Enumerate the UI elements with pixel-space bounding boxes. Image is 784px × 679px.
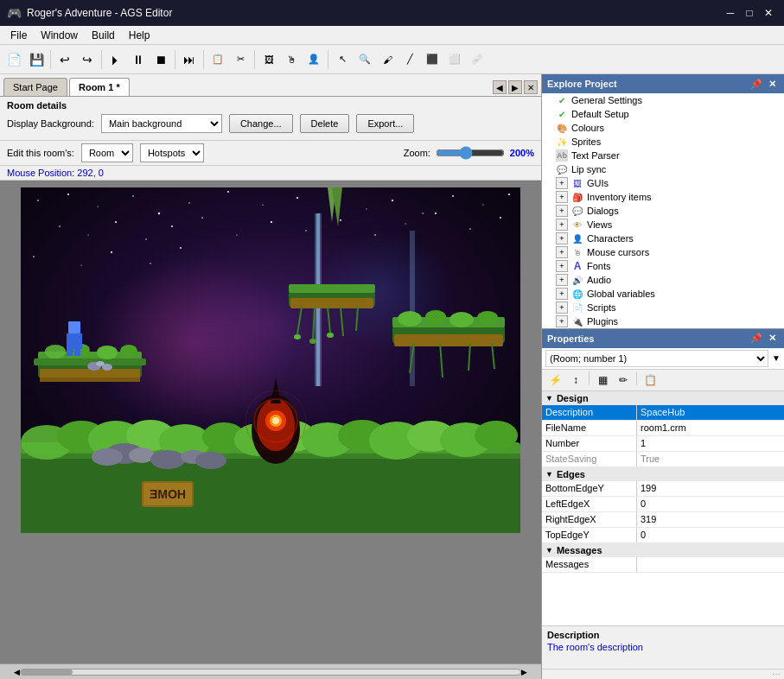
tree-item-guis[interactable]: + 🖼 GUIs (542, 176, 784, 190)
tab-scroll-left[interactable]: ◀ (493, 80, 507, 94)
design-collapse-icon[interactable]: ▼ (545, 394, 553, 403)
tb-copy[interactable]: 📋 (207, 49, 228, 70)
tb-cut[interactable]: ✂ (230, 49, 251, 70)
characters-expand[interactable]: + (556, 232, 568, 244)
tb-save[interactable]: 💾 (26, 49, 47, 70)
tb-zoom[interactable]: 🔍 (354, 49, 375, 70)
tab-room1[interactable]: Room 1 * (69, 78, 130, 96)
maximize-button[interactable]: □ (741, 4, 758, 22)
props-sort-alpha-button[interactable]: ↕ (566, 371, 585, 389)
tree-item-characters[interactable]: + 👤 Characters (542, 232, 784, 245)
menu-help[interactable]: Help (122, 28, 157, 43)
prop-row-bottomedgey[interactable]: BottomEdgeY 199 (542, 481, 784, 497)
tb-redo[interactable]: ↪ (77, 49, 98, 70)
scripts-expand[interactable]: + (556, 301, 568, 314)
horizontal-scrollbar[interactable]: ◀ ▶ (0, 663, 541, 679)
tree-item-inventory[interactable]: + 🎒 Inventory items (542, 190, 784, 204)
tb-undo[interactable]: ↩ (54, 49, 75, 70)
minimize-button[interactable]: ─ (722, 4, 739, 22)
plugins-expand[interactable]: + (556, 315, 568, 327)
menu-window[interactable]: Window (34, 28, 85, 43)
prop-row-leftedgex[interactable]: LeftEdgeX 0 (542, 497, 784, 512)
views-expand[interactable]: + (556, 219, 568, 231)
tree-item-global-variables[interactable]: + 🌐 Global variables (542, 287, 784, 301)
scroll-left-btn[interactable]: ◀ (14, 668, 20, 676)
export-button[interactable]: Export... (356, 114, 414, 133)
tb-run[interactable]: ⏵ (105, 49, 126, 70)
tb-new[interactable]: 📄 (3, 49, 24, 70)
props-pin-button[interactable]: 📌 (749, 332, 763, 346)
fonts-expand[interactable]: + (556, 260, 568, 272)
close-button[interactable]: ✕ (760, 4, 777, 22)
tree-item-fonts[interactable]: + A Fonts (542, 259, 784, 273)
tab-scroll-right[interactable]: ▶ (508, 80, 522, 94)
section-design[interactable]: ▼ Design (542, 391, 784, 405)
props-close-button[interactable]: ✕ (765, 332, 779, 346)
inventory-expand[interactable]: + (556, 191, 568, 203)
menu-file[interactable]: File (3, 28, 34, 43)
prop-row-number[interactable]: Number 1 (542, 436, 784, 452)
menu-build[interactable]: Build (85, 28, 122, 43)
bg-select[interactable]: Main background (101, 114, 222, 133)
tb-line[interactable]: ╱ (399, 49, 420, 70)
guis-expand[interactable]: + (556, 177, 568, 189)
props-object-select[interactable]: (Room; number 1) (545, 350, 768, 367)
prop-row-messages[interactable]: Messages (542, 557, 784, 573)
tree-item-dialogs[interactable]: + 💬 Dialogs (542, 204, 784, 218)
tb-sprite[interactable]: 🖼 (258, 49, 279, 70)
room-type-select[interactable]: Room (81, 143, 133, 162)
delete-button[interactable]: Delete (300, 114, 350, 133)
prop-row-description[interactable]: Description SpaceHub (542, 405, 784, 421)
tree-item-views[interactable]: + 👁 Views (542, 218, 784, 232)
zoom-slider[interactable] (436, 146, 505, 160)
tree-item-mouse-cursors[interactable]: + 🖱 Mouse cursors (542, 245, 784, 259)
tb-step-over[interactable]: ⏭ (179, 49, 200, 70)
prop-row-filename[interactable]: FileName room1.crm (542, 421, 784, 436)
tab-start-page[interactable]: Start Page (3, 78, 67, 96)
hotspot-select[interactable]: Hotspots (140, 143, 204, 162)
tb-pause[interactable]: ⏸ (128, 49, 149, 70)
tree-item-general-settings[interactable]: ✔ General Settings (542, 93, 784, 107)
props-edit-button[interactable]: ✏ (614, 371, 633, 389)
prop-row-topedgey[interactable]: TopEdgeY 0 (542, 528, 784, 543)
tree-item-default-setup[interactable]: ✔ Default Setup (542, 107, 784, 121)
change-button[interactable]: Change... (229, 114, 293, 133)
props-copy-button[interactable]: 📋 (641, 371, 660, 389)
tb-rubber[interactable]: 🩹 (467, 49, 488, 70)
props-view-grid-button[interactable]: ▦ (593, 371, 612, 389)
tb-select[interactable]: ↖ (332, 49, 353, 70)
mouse-cursors-expand[interactable]: + (556, 246, 568, 258)
tb-char[interactable]: 👤 (303, 49, 324, 70)
props-sort-cat-button[interactable]: ⚡ (545, 371, 564, 389)
explore-pin-button[interactable]: 📌 (749, 77, 763, 91)
tb-rect[interactable]: ⬜ (444, 49, 465, 70)
tree-item-lip-sync[interactable]: 💬 Lip sync (542, 162, 784, 176)
tree-item-colours[interactable]: 🎨 Colours (542, 121, 784, 135)
tree-item-plugins[interactable]: + 🔌 Plugins (542, 314, 784, 328)
tb-cursor[interactable]: 🖱 (281, 49, 302, 70)
tb-paint[interactable]: 🖌 (377, 49, 398, 70)
messages-collapse-icon[interactable]: ▼ (545, 546, 553, 555)
explore-close-button[interactable]: ✕ (765, 77, 779, 91)
tb-fill[interactable]: ⬛ (422, 49, 443, 70)
scroll-track[interactable] (20, 669, 521, 676)
section-messages[interactable]: ▼ Messages (542, 543, 784, 557)
resize-handle[interactable]: ⋯ (542, 669, 784, 679)
global-variables-expand[interactable]: + (556, 288, 568, 300)
tree-item-audio[interactable]: + 🔊 Audio (542, 273, 784, 287)
canvas-area[interactable]: HOME (0, 181, 541, 663)
tree-item-text-parser[interactable]: Ab Text Parser (542, 149, 784, 162)
scroll-thumb[interactable] (21, 669, 73, 675)
edges-collapse-icon[interactable]: ▼ (545, 470, 553, 479)
prop-row-rightedgex[interactable]: RightEdgeX 319 (542, 512, 784, 528)
dialogs-expand[interactable]: + (556, 205, 568, 217)
scroll-right-btn[interactable]: ▶ (521, 668, 527, 676)
prop-row-statesaving[interactable]: StateSaving True (542, 452, 784, 467)
tab-close[interactable]: ✕ (524, 80, 538, 94)
tree-item-scripts[interactable]: + 📄 Scripts (542, 301, 784, 314)
explore-tree[interactable]: ✔ General Settings ✔ Default Setup 🎨 Col… (542, 93, 784, 329)
tree-item-sprites[interactable]: ✨ Sprites (542, 135, 784, 149)
props-dropdown-arrow[interactable]: ▼ (772, 353, 781, 363)
tb-stop[interactable]: ⏹ (150, 49, 171, 70)
audio-expand[interactable]: + (556, 274, 568, 286)
